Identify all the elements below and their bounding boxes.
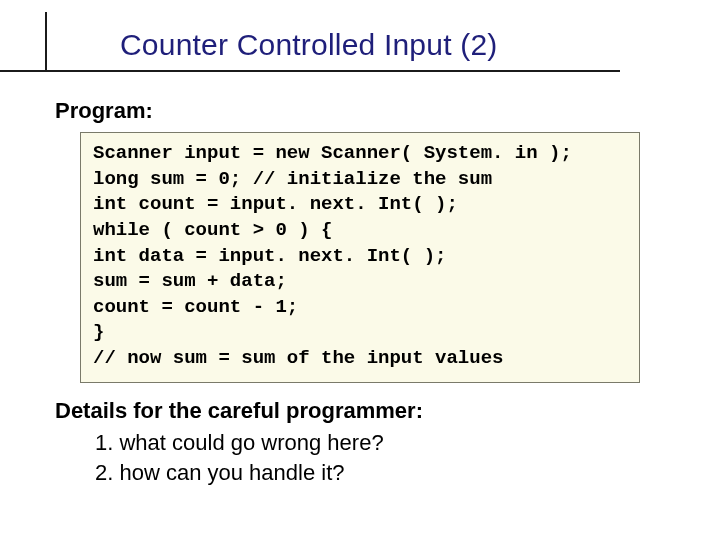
program-heading: Program:: [55, 98, 153, 124]
code-block: Scanner input = new Scanner( System. in …: [80, 132, 640, 383]
slide: Counter Controlled Input (2) Program: Sc…: [0, 0, 720, 540]
detail-item-1: 1. what could go wrong here?: [95, 430, 384, 456]
details-heading: Details for the careful programmer:: [55, 398, 423, 424]
title-vertical-rule: [45, 12, 47, 72]
title-underline: [0, 70, 620, 72]
slide-title: Counter Controlled Input (2): [120, 28, 680, 62]
detail-item-2: 2. how can you handle it?: [95, 460, 345, 486]
